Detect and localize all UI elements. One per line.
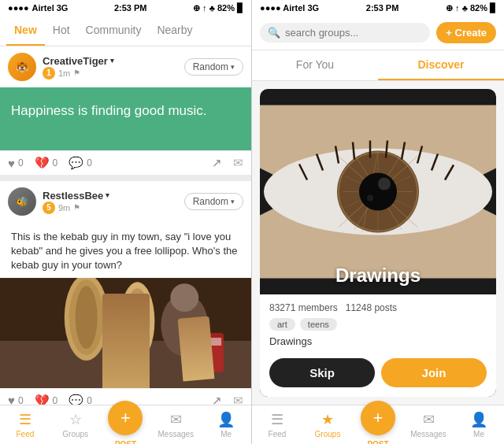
mail-icon: ✉ <box>233 156 243 170</box>
nav-feed[interactable]: ☰ Feed <box>0 411 50 438</box>
kebab-image <box>0 278 251 388</box>
flag-icon: ⚑ <box>73 203 80 212</box>
nav-feed-right[interactable]: ☰ Feed <box>252 411 302 438</box>
messages-icon: ✉ <box>423 411 435 428</box>
post-content: This is the kebab guy in my town, say "i… <box>0 222 251 278</box>
post-username: RestlessBee ▾ <box>43 190 109 202</box>
group-card-info: 83271 members 11248 posts art teens Draw… <box>260 294 496 358</box>
svg-point-28 <box>378 178 391 191</box>
post-card: 🐯 CreativeTiger ▾ 1 1m ⚑ <box>0 46 251 175</box>
me-icon: 👤 <box>470 411 487 428</box>
nav-groups[interactable]: ☆ Groups <box>50 411 101 438</box>
heart-icon: ♥ <box>8 394 15 405</box>
group-name-label: Drawings <box>269 335 487 347</box>
avatar: 🐯 <box>8 53 36 81</box>
post-user-info: RestlessBee ▾ 5 9m ⚑ <box>43 190 109 214</box>
create-button[interactable]: + Create <box>436 22 496 43</box>
nav-messages-right[interactable]: ✉ Messages <box>403 411 454 438</box>
discover-content: Drawings 83271 members 11248 posts art t… <box>252 81 504 405</box>
mail-action[interactable]: ✉ <box>233 394 243 405</box>
skip-button[interactable]: Skip <box>269 358 375 387</box>
post-actions: ♥ 0 💔 0 💬 0 ↗ ✉ <box>0 150 251 175</box>
broken-heart-icon: 💔 <box>35 394 50 405</box>
bottom-nav-left: ☰ Feed ☆ Groups + POST ✉ Messages 👤 Me <box>0 405 251 444</box>
groups-icon: ☆ <box>69 411 82 428</box>
post-header-left: 🐝 RestlessBee ▾ 5 9m ⚑ <box>8 187 109 216</box>
svg-point-7 <box>125 288 150 354</box>
post-button-right[interactable]: + <box>361 401 395 435</box>
nav-groups-right[interactable]: ★ Groups <box>302 411 353 438</box>
chevron-down-icon: ▾ <box>231 63 235 71</box>
me-icon: 👤 <box>217 411 235 428</box>
comment-icon: 💬 <box>69 156 83 170</box>
feed: 🐯 CreativeTiger ▾ 1 1m ⚑ <box>0 46 251 405</box>
svg-rect-11 <box>202 338 221 346</box>
like-action[interactable]: ♥ 0 <box>8 394 24 405</box>
tab-discover[interactable]: Discover <box>378 50 504 80</box>
group-actions: Skip Join <box>260 358 496 397</box>
mail-action[interactable]: ✉ <box>233 156 243 170</box>
avatar: 🐝 <box>8 187 36 216</box>
tab-for-you[interactable]: For You <box>252 50 378 80</box>
carrier-left: ●●●● Airtel 3G <box>8 3 68 13</box>
svg-point-29 <box>367 195 373 202</box>
svg-point-27 <box>359 173 397 211</box>
svg-point-5 <box>76 286 98 349</box>
tab-nearby[interactable]: Nearby <box>149 16 200 46</box>
nav-post[interactable]: + POST <box>101 401 151 444</box>
nav-post-right[interactable]: + POST <box>353 401 403 444</box>
feed-icon: ☰ <box>19 411 32 428</box>
comment-action[interactable]: 💬 0 <box>69 394 92 405</box>
tab-community[interactable]: Community <box>78 16 150 46</box>
svg-rect-1 <box>0 278 251 341</box>
post-user-info: CreativeTiger ▾ 1 1m ⚑ <box>43 55 114 80</box>
tab-hot[interactable]: Hot <box>45 16 78 46</box>
chevron-down-icon: ▾ <box>106 191 109 199</box>
post-username: CreativeTiger ▾ <box>43 55 114 67</box>
post-image <box>0 278 251 388</box>
status-bar-left: ●●●● Airtel 3G 2:53 PM ⊕ ↑ ♣ 82% ▊ <box>0 0 251 16</box>
join-button[interactable]: Join <box>381 358 487 387</box>
bottom-nav-right: ☰ Feed ★ Groups + POST ✉ Messages 👤 Me <box>252 405 504 444</box>
search-input[interactable] <box>285 27 422 39</box>
comment-action[interactable]: 💬 0 <box>69 156 92 170</box>
comment-icon: 💬 <box>69 394 83 405</box>
group-card-title: Drawings <box>260 265 496 287</box>
carrier-right: ●●●● Airtel 3G <box>260 3 319 13</box>
share-icon: ↗ <box>212 394 222 405</box>
post-content: Happiness is finding good music. <box>0 87 251 150</box>
group-card: Drawings 83271 members 11248 posts art t… <box>260 89 496 397</box>
random-button[interactable]: Random ▾ <box>184 58 243 76</box>
status-icons-right: ⊕ ↑ ♣ 82% ▊ <box>446 3 496 13</box>
post-card: 🐝 RestlessBee ▾ 5 9m ⚑ <box>0 181 251 405</box>
left-panel: ●●●● Airtel 3G 2:53 PM ⊕ ↑ ♣ 82% ▊ New H… <box>0 0 252 444</box>
chevron-down-icon: ▾ <box>110 57 114 65</box>
post-header: 🐯 CreativeTiger ▾ 1 1m ⚑ <box>0 46 251 87</box>
heart-icon: ♥ <box>8 157 15 170</box>
nav-tabs-left: New Hot Community Nearby <box>0 16 251 46</box>
nav-me-right[interactable]: 👤 Me <box>454 411 504 438</box>
post-header-left: 🐯 CreativeTiger ▾ 1 1m ⚑ <box>8 53 114 81</box>
dots-icon: ●●●● <box>8 3 29 13</box>
groups-icon: ★ <box>321 411 334 428</box>
broken-heart-icon: 💔 <box>35 156 50 170</box>
chevron-down-icon: ▾ <box>231 198 235 205</box>
share-action[interactable]: ↗ <box>212 394 222 405</box>
share-action[interactable]: ↗ <box>212 156 222 170</box>
nav-me[interactable]: 👤 Me <box>201 411 251 438</box>
post-meta: 5 9m ⚑ <box>43 202 109 214</box>
dislike-action[interactable]: 💔 0 <box>35 394 58 405</box>
post-meta: 1 1m ⚑ <box>43 67 114 80</box>
tab-new[interactable]: New <box>6 16 45 46</box>
tag-teens: teens <box>300 318 337 331</box>
nav-messages[interactable]: ✉ Messages <box>150 411 201 438</box>
dislike-action[interactable]: 💔 0 <box>35 156 58 170</box>
like-action[interactable]: ♥ 0 <box>8 157 24 170</box>
eye-illustration <box>260 89 496 294</box>
search-input-wrap: 🔍 <box>260 23 430 43</box>
random-button[interactable]: Random ▾ <box>184 193 243 210</box>
flag-icon: ⚑ <box>73 68 80 77</box>
feed-icon: ☰ <box>271 411 284 428</box>
group-tags: art teens <box>269 318 487 331</box>
post-button[interactable]: + <box>108 401 143 435</box>
